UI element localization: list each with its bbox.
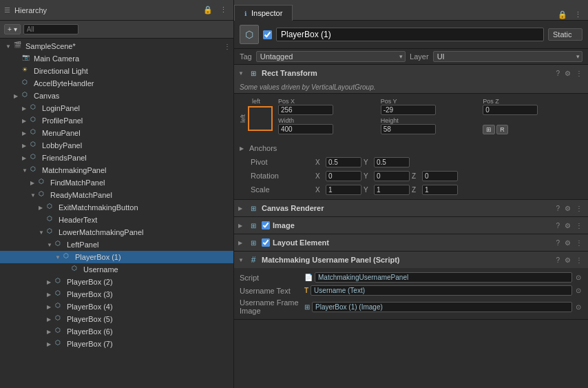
arrow-playerbox2: ▶ <box>47 279 55 285</box>
icon-lobbypanel: ⬡ <box>30 141 40 150</box>
pos-z-input[interactable] <box>483 105 538 115</box>
username-text-input[interactable] <box>311 285 572 296</box>
tree-item-canvas[interactable]: ▶ ⬡ Canvas <box>0 90 233 102</box>
pivot-label: Pivot <box>251 158 313 166</box>
tree-item-playerbox2[interactable]: ▶ ⬡ PlayerBox (2) <box>0 276 233 288</box>
username-frame-input[interactable] <box>312 302 572 312</box>
rotation-x-input[interactable] <box>326 171 361 181</box>
script-component-title: Matchmaking Username Panel (Script) <box>262 256 552 264</box>
scale-x-input[interactable] <box>326 185 361 195</box>
canvas-renderer-settings-btn[interactable]: ⚙ <box>563 205 572 212</box>
label-profilepanel: ProfilePanel <box>42 116 83 125</box>
object-enabled-checkbox[interactable] <box>263 30 272 39</box>
static-dropdown[interactable]: Static <box>548 28 582 41</box>
rect-transform-settings-btn[interactable]: ⚙ <box>563 70 572 77</box>
rect-transform-header[interactable]: ▼ ⊞ Rect Transform ? ⚙ ⋮ <box>234 65 588 81</box>
script-value-input[interactable] <box>315 272 572 283</box>
image-help-btn[interactable]: ? <box>554 222 561 229</box>
height-label: Height <box>381 117 481 124</box>
rect-transform-help-btn[interactable]: ? <box>554 70 561 77</box>
icon-playerbox3: ⬡ <box>55 289 65 299</box>
label-lowermatchmakingpanel: LowerMatchmakingPanel <box>59 228 144 236</box>
tree-item-exitmatchmakingbutton[interactable]: ▶ ⬡ ExitMatchmakingButton <box>0 201 233 214</box>
tree-item-playerbox1[interactable]: ▼ ⬡ PlayerBox (1) <box>0 251 233 263</box>
layer-select[interactable]: UI <box>433 51 582 62</box>
canvas-renderer-section: ▶ ⊞ Canvas Renderer ? ⚙ ⋮ <box>234 200 588 217</box>
height-input[interactable] <box>381 124 436 134</box>
tree-item-accelbytehandler[interactable]: ⬡ AccelByteHandler <box>0 77 233 90</box>
hierarchy-more-btn[interactable]: ⋮ <box>218 5 229 15</box>
script-component-header[interactable]: ▼ # Matchmaking Username Panel (Script) … <box>234 252 588 268</box>
script-help-btn[interactable]: ? <box>554 256 561 264</box>
tree-item-playerbox6[interactable]: ▶ ⬡ PlayerBox (6) <box>0 325 233 338</box>
image-header[interactable]: ▶ ⊞ Image ? ⚙ ⋮ <box>234 217 588 234</box>
tree-item-main-camera[interactable]: 📷 Main Camera <box>0 52 233 65</box>
layout-element-enabled-checkbox[interactable] <box>262 238 270 247</box>
script-settings-btn[interactable]: ⚙ <box>563 256 572 264</box>
rotation-y-input[interactable] <box>374 171 410 181</box>
tree-item-playerbox7[interactable]: ▶ ⬡ PlayerBox (7) <box>0 338 233 350</box>
label-canvas: Canvas <box>34 92 59 100</box>
pos-x-input[interactable] <box>278 105 333 115</box>
arrow-playerbox7: ▶ <box>47 341 55 347</box>
tree-item-playerbox5[interactable]: ▶ ⬡ PlayerBox (5) <box>0 313 233 325</box>
inspector-panel: ℹ Inspector 🔒 ⋮ ⬡ Static Tag Untagged La… <box>234 0 588 388</box>
rt-anchor-label: left <box>252 98 260 105</box>
tree-item-headertext[interactable]: ⬡ HeaderText <box>0 214 233 226</box>
username-frame-pick-btn[interactable]: ⊙ <box>574 303 582 311</box>
label-findmatchpanel: FindMatchPanel <box>50 178 105 187</box>
script-more-btn[interactable]: ⋮ <box>574 256 584 264</box>
pos-y-group: Pos Y <box>381 98 481 115</box>
pivot-y-input[interactable] <box>374 157 410 167</box>
scale-z-input[interactable] <box>422 185 458 195</box>
object-name-input[interactable] <box>276 28 544 41</box>
tree-item-friendspanel[interactable]: ▶ ⬡ FriendsPanel <box>0 152 233 164</box>
canvas-renderer-header[interactable]: ▶ ⊞ Canvas Renderer ? ⚙ ⋮ <box>234 200 588 216</box>
username-text-pick-btn[interactable]: ⊙ <box>574 287 582 294</box>
image-settings-btn[interactable]: ⚙ <box>563 222 572 229</box>
tree-item-readymatchpanel[interactable]: ▼ ⬡ ReadyMatchPanel <box>0 189 233 201</box>
tree-item-username[interactable]: ⬡ Username <box>0 263 233 276</box>
tree-item-loginpanel[interactable]: ▶ ⬡ LoginPanel <box>0 102 233 114</box>
add-object-button[interactable]: + ▾ <box>4 24 21 34</box>
rotation-z-input[interactable] <box>422 171 458 181</box>
canvas-renderer-more-btn[interactable]: ⋮ <box>574 205 584 212</box>
scene-options-btn[interactable]: ⋮ <box>224 43 231 50</box>
tree-item-lobbypanel[interactable]: ▶ ⬡ LobbyPanel <box>0 139 233 152</box>
tag-select[interactable]: Untagged <box>256 51 406 62</box>
layout-element-settings-btn[interactable]: ⚙ <box>563 239 572 247</box>
rt-transform-box[interactable] <box>248 106 273 131</box>
hierarchy-search-input[interactable] <box>23 24 78 34</box>
canvas-renderer-help-btn[interactable]: ? <box>554 205 561 212</box>
pos-y-input[interactable] <box>381 105 436 115</box>
tree-item-menupanel[interactable]: ▶ ⬡ MenuPanel <box>0 127 233 139</box>
tree-item-lowermatchmakingpanel[interactable]: ▼ ⬡ LowerMatchmakingPanel <box>0 226 233 238</box>
layout-element-header[interactable]: ▶ ⊞ Layout Element ? ⚙ ⋮ <box>234 234 588 251</box>
rt-blueprint-btn[interactable]: ⊞ <box>483 125 495 134</box>
layout-element-help-btn[interactable]: ? <box>554 239 561 247</box>
tree-item-playerbox4[interactable]: ▶ ⬡ PlayerBox (4) <box>0 300 233 313</box>
scene-root-item[interactable]: ▼ 🎬 SampleScene* ⋮ <box>0 40 233 52</box>
script-pick-btn[interactable]: ⊙ <box>574 274 582 281</box>
tree-item-profilepanel[interactable]: ▶ ⬡ ProfilePanel <box>0 114 233 127</box>
image-more-btn[interactable]: ⋮ <box>574 222 584 229</box>
inspector-lock-btn[interactable]: 🔒 <box>556 10 569 20</box>
icon-matchmakingpanel: ⬡ <box>30 165 40 175</box>
image-icon: ⊞ <box>248 220 259 231</box>
tree-item-playerbox3[interactable]: ▶ ⬡ PlayerBox (3) <box>0 288 233 300</box>
rect-transform-more-btn[interactable]: ⋮ <box>574 70 584 77</box>
tree-item-leftpanel[interactable]: ▼ ⬡ LeftPanel <box>0 238 233 251</box>
layout-element-more-btn[interactable]: ⋮ <box>574 239 584 247</box>
width-input[interactable] <box>278 124 333 134</box>
pivot-x-input[interactable] <box>326 157 361 167</box>
scale-y-input[interactable] <box>374 185 410 195</box>
image-enabled-checkbox[interactable] <box>262 221 270 229</box>
tree-item-matchmakingpanel[interactable]: ▼ ⬡ MatchmakingPanel <box>0 164 233 176</box>
tree-item-directional-light[interactable]: ☀ Directional Light <box>0 65 233 77</box>
tree-item-findmatchpanel[interactable]: ▶ ⬡ FindMatchPanel <box>0 176 233 189</box>
inspector-more-btn[interactable]: ⋮ <box>572 10 584 20</box>
rt-reset-btn[interactable]: R <box>496 125 508 134</box>
rect-transform-section: ▼ ⊞ Rect Transform ? ⚙ ⋮ Some values dri… <box>234 65 588 200</box>
tab-inspector[interactable]: ℹ Inspector <box>234 5 293 21</box>
hierarchy-lock-btn[interactable]: 🔒 <box>201 5 215 15</box>
